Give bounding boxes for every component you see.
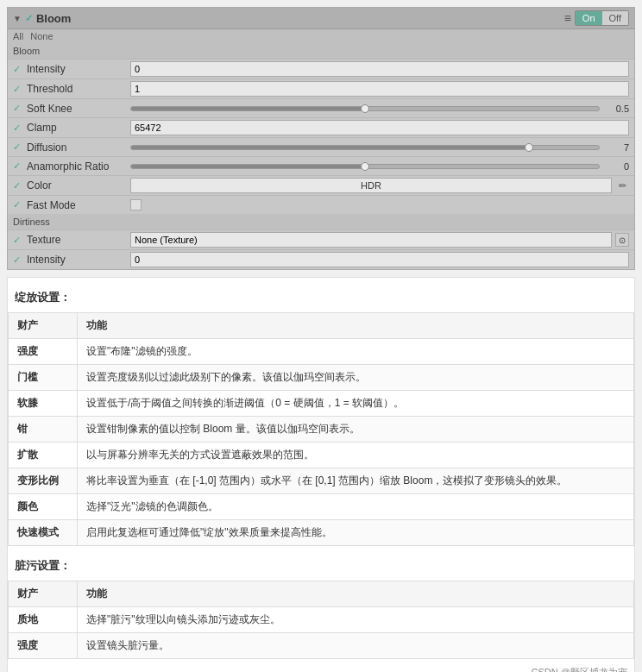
prop-name-threshold: Threshold: [27, 83, 130, 95]
edit-icon[interactable]: ✏: [615, 179, 629, 192]
bloom-desc-cell: 设置"布隆"滤镜的强度。: [78, 339, 634, 365]
softknee-slider-track[interactable]: [130, 106, 600, 111]
bloom-doc-row: 软膝设置低于/高于阈值之间转换的渐进阈值（0 = 硬阈值，1 = 软阈值）。: [9, 391, 634, 417]
bloom-desc-cell: 将比率设置为垂直（在 [-1,0] 范围内）或水平（在 [0,1] 范围内）缩放…: [78, 468, 634, 494]
anamorphic-slider-container: 0: [130, 161, 629, 172]
toggle-off-button[interactable]: Off: [602, 11, 628, 25]
dirtiness-doc-row: 质地选择"脏污"纹理以向镜头添加污迹或灰尘。: [9, 607, 634, 633]
panel-header: ▼ ✓ Bloom ≡ On Off: [8, 8, 634, 29]
bloom-prop-cell: 门槛: [9, 365, 78, 391]
prop-name-intensity: Intensity: [27, 63, 130, 75]
prop-value-anamorphic: 0: [130, 161, 629, 172]
enable-check[interactable]: ✓: [25, 13, 33, 24]
panel-title-area: ▼ ✓ Bloom: [13, 12, 71, 25]
dirtiness-prop-cell: 质地: [9, 607, 78, 633]
bloom-col2-header: 功能: [78, 313, 634, 339]
prop-check-fastmode[interactable]: ✓: [13, 199, 27, 210]
prop-check-intensity[interactable]: ✓: [13, 64, 27, 75]
dirtiness-col1-header: 财产: [9, 581, 78, 607]
bloom-prop-cell: 扩散: [9, 443, 78, 468]
toggle-on-button[interactable]: On: [576, 11, 602, 25]
anamorphic-slider-value: 0: [603, 161, 629, 172]
none-button[interactable]: None: [30, 31, 53, 41]
prop-value-softknee: 0.5: [130, 104, 629, 114]
prop-row-clamp: ✓ Clamp: [8, 117, 634, 137]
bloom-doc-row: 快速模式启用此复选框可通过降低"绽放"效果质量来提高性能。: [9, 520, 634, 546]
bloom-doc-row: 门槛设置亮度级别以过滤此级别下的像素。该值以伽玛空间表示。: [9, 365, 634, 391]
prop-row-color: ✓ Color HDR ✏: [8, 175, 634, 195]
diffusion-slider-value: 7: [603, 142, 629, 153]
collapse-arrow[interactable]: ▼: [13, 14, 22, 23]
bloom-doc-row: 变形比例将比率设置为垂直（在 [-1,0] 范围内）或水平（在 [0,1] 范围…: [9, 468, 634, 494]
prop-name-texture: Texture: [27, 234, 130, 246]
diffusion-slider-fill: [131, 146, 529, 149]
prop-value-color: HDR ✏: [130, 178, 629, 193]
softknee-slider-thumb[interactable]: [361, 104, 369, 113]
bloom-prop-cell: 快速模式: [9, 520, 78, 546]
prop-row-threshold: ✓ Threshold: [8, 79, 634, 98]
dirtiness-col2-header: 功能: [78, 581, 634, 607]
diffusion-slider-container: 7: [130, 142, 629, 153]
clamp-input[interactable]: [130, 120, 629, 135]
softknee-slider-value: 0.5: [603, 104, 629, 114]
bloom-desc-cell: 设置亮度级别以过滤此级别下的像素。该值以伽玛空间表示。: [78, 365, 634, 391]
hdr-button[interactable]: HDR: [130, 178, 612, 193]
prop-check-dirtiness-intensity[interactable]: ✓: [13, 254, 27, 266]
bloom-desc-cell: 设置钳制像素的值以控制 Bloom 量。该值以伽玛空间表示。: [78, 417, 634, 443]
texture-select-icon[interactable]: ⊙: [615, 233, 629, 247]
bloom-desc-cell: 启用此复选框可通过降低"绽放"效果质量来提高性能。: [78, 520, 634, 546]
intensity-input[interactable]: [130, 61, 629, 77]
bloom-doc-table: 财产 功能 强度设置"布隆"滤镜的强度。门槛设置亮度级别以过滤此级别下的像素。该…: [8, 312, 634, 546]
prop-value-intensity: [130, 61, 629, 77]
softknee-slider-fill: [131, 107, 365, 110]
softknee-slider-container: 0.5: [130, 104, 629, 114]
bloom-section-label: Bloom: [8, 43, 634, 59]
bloom-prop-cell: 软膝: [9, 391, 78, 417]
anamorphic-slider-fill: [131, 165, 365, 168]
prop-check-texture[interactable]: ✓: [13, 235, 27, 246]
anamorphic-slider-track[interactable]: [130, 164, 600, 169]
anamorphic-slider-thumb[interactable]: [361, 162, 369, 171]
prop-row-dirtiness-intensity: ✓ Intensity: [8, 249, 634, 269]
bloom-prop-cell: 钳: [9, 417, 78, 443]
texture-input[interactable]: [130, 232, 612, 248]
all-button[interactable]: All: [13, 31, 23, 41]
prop-row-softknee: ✓ Soft Knee 0.5: [8, 98, 634, 117]
prop-value-fastmode: [130, 199, 629, 210]
dirtiness-doc-table: 财产 功能 质地选择"脏污"纹理以向镜头添加污迹或灰尘。强度设置镜头脏污量。: [8, 581, 634, 659]
all-none-row: All None: [8, 29, 634, 43]
prop-name-dirtiness-intensity: Intensity: [27, 254, 130, 266]
prop-row-intensity: ✓ Intensity: [8, 59, 634, 79]
prop-name-softknee: Soft Knee: [27, 103, 130, 115]
bloom-doc-row: 扩散以与屏幕分辨率无关的方式设置遮蔽效果的范围。: [9, 443, 634, 468]
prop-check-clamp[interactable]: ✓: [13, 122, 27, 134]
dirtiness-doc-row: 强度设置镜头脏污量。: [9, 633, 634, 659]
menu-icon[interactable]: ≡: [564, 11, 571, 25]
diffusion-slider-track[interactable]: [130, 145, 600, 150]
prop-check-anamorphic[interactable]: ✓: [13, 160, 27, 172]
prop-row-anamorphic: ✓ Anamorphic Ratio 0: [8, 156, 634, 175]
prop-row-texture: ✓ Texture ⊙: [8, 229, 634, 249]
bloom-col1-header: 财产: [9, 313, 78, 339]
dirtiness-intensity-input[interactable]: [130, 252, 629, 267]
prop-check-color[interactable]: ✓: [13, 180, 27, 192]
bloom-doc-title: 绽放设置：: [15, 285, 627, 309]
diffusion-slider-thumb[interactable]: [525, 143, 533, 152]
prop-name-clamp: Clamp: [27, 122, 130, 134]
prop-name-color: Color: [27, 179, 130, 192]
panel-title: Bloom: [36, 12, 71, 25]
fastmode-checkbox[interactable]: [130, 199, 142, 210]
bloom-prop-cell: 变形比例: [9, 468, 78, 494]
bloom-doc-row: 颜色选择"泛光"滤镜的色调颜色。: [9, 494, 634, 520]
bloom-doc-row: 强度设置"布隆"滤镜的强度。: [9, 339, 634, 365]
prop-check-diffusion[interactable]: ✓: [13, 141, 27, 153]
prop-check-threshold[interactable]: ✓: [13, 84, 27, 95]
bloom-prop-cell: 颜色: [9, 494, 78, 520]
bloom-desc-cell: 选择"泛光"滤镜的色调颜色。: [78, 494, 634, 520]
prop-check-softknee[interactable]: ✓: [13, 103, 27, 114]
documentation-area: 绽放设置： 财产 功能 强度设置"布隆"滤镜的强度。门槛设置亮度级别以过滤此级别…: [7, 277, 635, 672]
threshold-input[interactable]: [130, 81, 629, 97]
prop-name-anamorphic: Anamorphic Ratio: [27, 160, 130, 173]
prop-name-diffusion: Diffusion: [27, 141, 130, 154]
panel-controls: ≡ On Off: [564, 10, 629, 26]
